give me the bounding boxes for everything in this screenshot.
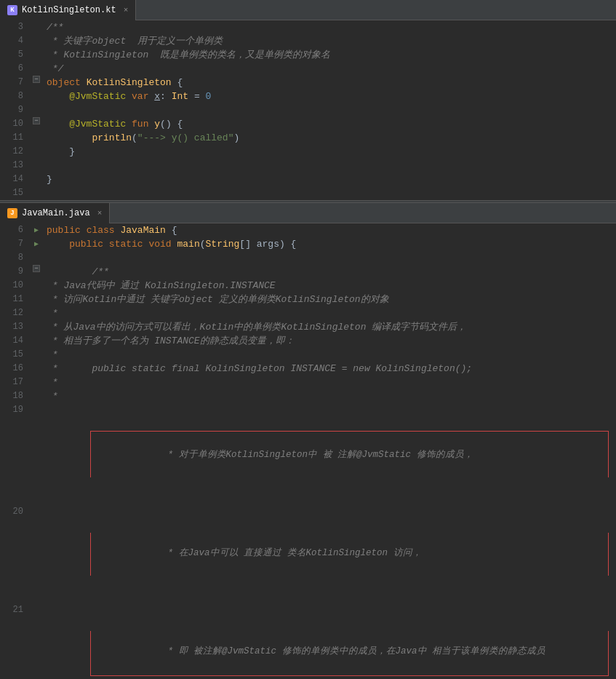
code-content: * KotlinSingleton 既是单例类的类名，又是单例类的对象名 — [44, 48, 616, 62]
code-line: 8 @JvmStatic var x: Int = 0 — [0, 90, 616, 103]
line-number: 11 — [0, 293, 29, 306]
line-number: 10 — [0, 279, 29, 293]
code-content: * — [44, 389, 616, 403]
code-content: * 关键字object 用于定义一个单例类 — [44, 34, 616, 48]
code-content: /** — [44, 20, 616, 34]
code-content: @JvmStatic var x: Int = 0 — [44, 90, 616, 103]
tab-bar-kotlin: K KotlinSingleton.kt × — [0, 0, 616, 20]
fold-icon[interactable]: − — [33, 117, 40, 124]
code-content: * 即 被注解@JvmStatic 修饰的单例类中的成员，在Java中 相当于该… — [44, 603, 616, 679]
line-number: 7 — [0, 76, 29, 90]
code-line: 14 * 相当于多了一个名为 INSTANCE的静态成员变量，即： — [0, 334, 616, 348]
gutter: − — [29, 117, 44, 124]
line-number: 14 — [0, 172, 29, 186]
popup-box: * 对于单例类KotlinSingleton中 被 注解@JvmStatic 修… — [90, 431, 609, 477]
code-line: 13 — [0, 159, 616, 172]
code-line: 15 — [0, 186, 616, 200]
line-number: 15 — [0, 348, 29, 362]
line-number: 6 — [0, 223, 29, 237]
code-content: * 在Java中可以 直接通过 类名KotlinSingleton 访问， — [44, 505, 616, 603]
line-number: 5 — [0, 48, 29, 62]
code-content: * — [44, 348, 616, 362]
code-content: */ — [44, 62, 616, 76]
code-line: 19 * 对于单例类KotlinSingleton中 被 注解@JvmStati… — [0, 403, 616, 505]
code-line: 14 } — [0, 172, 616, 186]
line-number: 6 — [0, 62, 29, 76]
code-line: 13 * 从Java中的访问方式可以看出，Kotlin中的单例类KotlinSi… — [0, 320, 616, 334]
run-arrow[interactable]: ▶ — [34, 237, 39, 251]
code-line: 9 — [0, 103, 616, 117]
code-line: 20 * 在Java中可以 直接通过 类名KotlinSingleton 访问， — [0, 505, 616, 603]
line-number: 20 — [0, 505, 29, 519]
fold-icon[interactable]: − — [33, 76, 40, 83]
line-number: 18 — [0, 389, 29, 403]
gutter: ▶ — [29, 223, 44, 237]
tab-kotlin-close[interactable]: × — [124, 6, 129, 15]
line-number: 11 — [0, 131, 29, 145]
code-line: 16 * public static final KolinSingleton … — [0, 362, 616, 376]
code-line: 9 − /** — [0, 265, 616, 279]
editor-container: K KotlinSingleton.kt × 3 /** 4 * 关键字obje… — [0, 0, 616, 679]
line-number: 9 — [0, 103, 29, 117]
code-line: 18 * — [0, 389, 616, 403]
code-line: 3 /** — [0, 20, 616, 34]
code-content: @JvmStatic fun y() { — [44, 117, 616, 131]
code-content: public class JavaMain { — [44, 223, 616, 237]
code-line: 21 * 即 被注解@JvmStatic 修饰的单例类中的成员，在Java中 相… — [0, 603, 616, 679]
line-number: 3 — [0, 20, 29, 34]
gutter: − — [29, 76, 44, 83]
line-number: 8 — [0, 251, 29, 265]
kotlin-code-panel: 3 /** 4 * 关键字object 用于定义一个单例类 5 * Kotlin… — [0, 20, 616, 200]
code-line: 5 * KotlinSingleton 既是单例类的类名，又是单例类的对象名 — [0, 48, 616, 62]
popup-box-bottom: * 即 被注解@JvmStatic 修饰的单例类中的成员，在Java中 相当于该… — [90, 631, 609, 676]
code-content: } — [44, 145, 616, 159]
code-line: 12 } — [0, 145, 616, 159]
code-line: 11 * 访问Kotlin中通过 关键字object 定义的单例类KotlinS… — [0, 293, 616, 306]
code-content: * 访问Kotlin中通过 关键字object 定义的单例类KotlinSing… — [44, 293, 616, 306]
code-line: 4 * 关键字object 用于定义一个单例类 — [0, 34, 616, 48]
tab-kotlin-singleton[interactable]: K KotlinSingleton.kt × — [0, 0, 136, 20]
code-content: * 相当于多了一个名为 INSTANCE的静态成员变量，即： — [44, 334, 616, 348]
code-line: 6 */ — [0, 62, 616, 76]
line-number: 12 — [0, 145, 29, 159]
code-content: public static void main(String[] args) { — [44, 237, 616, 251]
code-content: /** — [44, 265, 616, 279]
line-number: 8 — [0, 90, 29, 103]
line-number: 15 — [0, 186, 29, 200]
code-content: * public static final KolinSingleton INS… — [44, 362, 616, 376]
line-number: 21 — [0, 603, 29, 617]
code-line: 7 ▶ public static void main(String[] arg… — [0, 237, 616, 251]
code-content: } — [44, 172, 616, 186]
code-line: 8 — [0, 251, 616, 265]
tab-kotlin-label: KotlinSingleton.kt — [22, 5, 116, 15]
code-line: 10 * Java代码中 通过 KolinSingleton.INSTANCE — [0, 279, 616, 293]
java-file-icon: J — [7, 208, 17, 218]
java-code-panel: 6 ▶ public class JavaMain { 7 ▶ public s… — [0, 223, 616, 679]
tab-java-main[interactable]: J JavaMain.java × — [0, 203, 110, 223]
tab-bar-java: J JavaMain.java × — [0, 203, 616, 223]
code-line: 11 println("---> y() called") — [0, 131, 616, 145]
code-line: 17 * — [0, 376, 616, 389]
code-content: * 从Java中的访问方式可以看出，Kotlin中的单例类KotlinSingl… — [44, 320, 616, 334]
run-arrow[interactable]: ▶ — [34, 223, 39, 237]
code-line: 10 − @JvmStatic fun y() { — [0, 117, 616, 131]
code-line: 6 ▶ public class JavaMain { — [0, 223, 616, 237]
popup-region: 19 * 对于单例类KotlinSingleton中 被 注解@JvmStati… — [0, 403, 616, 679]
code-line: 7 − object KotlinSingleton { — [0, 76, 616, 90]
code-content: object KotlinSingleton { — [44, 76, 616, 90]
line-number: 12 — [0, 306, 29, 320]
code-content: * 对于单例类KotlinSingleton中 被 注解@JvmStatic 修… — [44, 403, 616, 505]
code-line: 15 * — [0, 348, 616, 362]
line-number: 7 — [0, 237, 29, 251]
tab-java-close[interactable]: × — [97, 209, 103, 218]
tab-java-label: JavaMain.java — [22, 208, 90, 218]
line-number: 13 — [0, 159, 29, 172]
fold-icon[interactable]: − — [33, 265, 40, 272]
gutter: ▶ — [29, 237, 44, 251]
code-content: * Java代码中 通过 KolinSingleton.INSTANCE — [44, 279, 616, 293]
code-content: * — [44, 376, 616, 389]
popup-box-mid: * 在Java中可以 直接通过 类名KotlinSingleton 访问， — [90, 533, 609, 576]
kotlin-file-icon: K — [7, 5, 17, 15]
line-number: 19 — [0, 403, 29, 417]
code-line: 12 * — [0, 306, 616, 320]
